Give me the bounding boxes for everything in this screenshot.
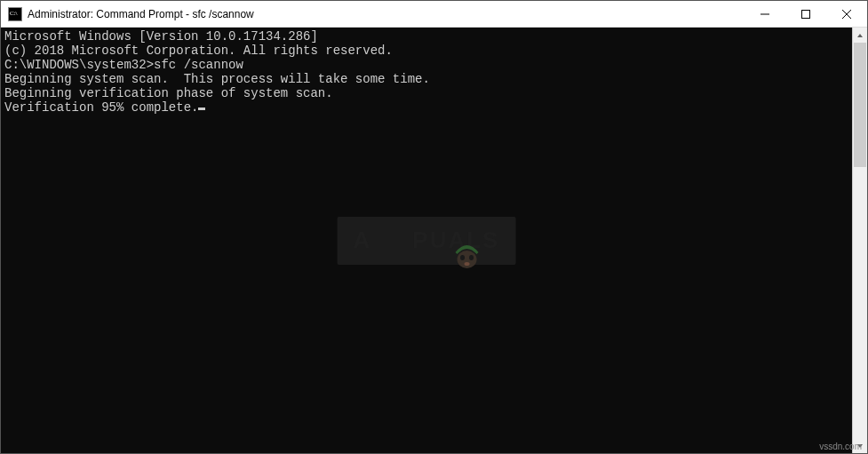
scroll-track[interactable]	[853, 43, 867, 438]
svg-rect-4	[802, 11, 810, 19]
svg-point-8	[460, 255, 465, 260]
watermark-mascot-icon	[377, 226, 407, 256]
cmd-icon: C:\	[8, 7, 22, 21]
maximize-button[interactable]	[785, 1, 826, 28]
watermark-letter-a: A	[354, 227, 372, 254]
console-progress-line: Verification 95% complete.	[4, 100, 848, 115]
window-titlebar[interactable]: C:\ Administrator: Command Prompt - sfc …	[1, 1, 867, 28]
vertical-scrollbar[interactable]	[852, 28, 867, 453]
watermark-text-puals: PUALS	[412, 227, 499, 254]
console-prompt-line: C:\WINDOWS\system32>sfc /scannow	[4, 58, 848, 72]
svg-point-9	[469, 255, 474, 260]
window-title: Administrator: Command Prompt - sfc /sca…	[28, 8, 745, 20]
console-line: Beginning verification phase of system s…	[4, 86, 848, 100]
console-line: (c) 2018 Microsoft Corporation. All righ…	[4, 44, 848, 58]
watermark-overlay: A PUALS	[338, 217, 516, 265]
progress-text: Verification 95% complete.	[4, 100, 198, 115]
command-prompt-window: C:\ Administrator: Command Prompt - sfc …	[0, 0, 868, 454]
svg-point-7	[457, 251, 476, 268]
scroll-up-arrow-icon[interactable]	[853, 28, 867, 43]
svg-point-10	[464, 262, 469, 266]
minimize-button[interactable]	[745, 1, 785, 28]
scroll-thumb[interactable]	[854, 43, 866, 167]
console-output[interactable]: Microsoft Windows [Version 10.0.17134.28…	[1, 28, 852, 453]
console-container: Microsoft Windows [Version 10.0.17134.28…	[1, 28, 867, 453]
window-controls	[745, 1, 867, 27]
console-line: Beginning system scan. This process will…	[4, 72, 848, 86]
text-cursor	[198, 108, 205, 110]
svg-text:C:\: C:\	[10, 10, 18, 17]
close-button[interactable]	[826, 1, 867, 28]
console-line: Microsoft Windows [Version 10.0.17134.28…	[4, 29, 848, 44]
source-attribution: vssdn.com	[819, 442, 862, 451]
